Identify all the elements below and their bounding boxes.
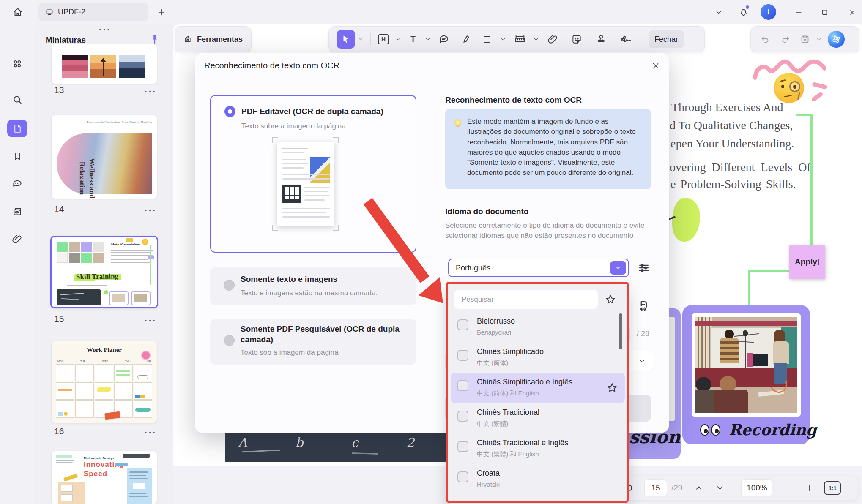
chevron-down-icon[interactable] xyxy=(395,36,401,42)
thumbnail-page-14[interactable]: Recommended Destinations: Crete (Greece)… xyxy=(52,115,157,199)
actual-size-button[interactable]: 1:1 xyxy=(824,481,841,495)
page-tools-button[interactable] xyxy=(7,203,27,221)
shapes-tool-button[interactable] xyxy=(477,30,497,49)
doc-text-line: epen Your Understanding. xyxy=(670,137,794,150)
ocr-option-searchable-pdf[interactable]: Somente PDF Pesquisável (OCR de dupla ca… xyxy=(210,319,416,365)
comment-tool-button[interactable] xyxy=(434,30,454,49)
dialog-close-button[interactable] xyxy=(649,59,662,73)
avatar[interactable]: I xyxy=(761,4,776,20)
eyes-emoji-sticker xyxy=(700,424,709,436)
radio-unselected[interactable] xyxy=(224,280,235,291)
language-item-highlighted[interactable]: Chinês Simplificado e Inglês 中文 (简体) 和 E… xyxy=(451,373,625,403)
maximize-button[interactable] xyxy=(818,7,831,18)
redo-button[interactable] xyxy=(777,30,794,49)
language-select-value: Português xyxy=(456,264,490,272)
chevron-down-icon[interactable] xyxy=(500,36,506,42)
checkbox[interactable] xyxy=(457,350,468,361)
panel-drag-handle[interactable]: ··· xyxy=(99,25,111,35)
language-item[interactable]: Chinês Simplificado 中文 (简体) xyxy=(451,342,625,373)
chevron-down-icon[interactable] xyxy=(816,36,822,42)
chevron-down-icon[interactable] xyxy=(533,36,539,42)
notifications-button[interactable] xyxy=(737,5,750,18)
reader-mode-button[interactable] xyxy=(7,500,27,504)
toolbar-divider xyxy=(643,33,643,45)
green-connector xyxy=(796,114,813,116)
paperclip-icon xyxy=(547,34,558,45)
new-tab-button[interactable] xyxy=(156,6,167,18)
language-item[interactable]: Croata Hrvatski xyxy=(451,464,625,494)
ai-assistant-button[interactable] xyxy=(828,31,845,48)
page-range-button[interactable] xyxy=(635,297,653,315)
favorites-filter-button[interactable] xyxy=(601,291,620,308)
language-item[interactable]: Bielorrusso Беларуская xyxy=(451,312,625,342)
close-mode-button[interactable]: Fechar xyxy=(649,30,684,48)
thumbnail-page-16[interactable]: Work Planer MONTUEWEDTHUFRI xyxy=(52,341,157,423)
select-tool-button[interactable] xyxy=(337,30,355,49)
recording-polaroid-card[interactable]: Recording xyxy=(682,305,810,444)
language-item[interactable]: Chinês Tradicional 中文 (繁體) xyxy=(451,403,625,433)
chevron-down-icon[interactable] xyxy=(358,36,364,42)
page-number-input[interactable]: 15 xyxy=(644,479,667,496)
thumbnail-page-15-selected[interactable]: Math Presentation Skill Training xyxy=(50,236,158,308)
measure-tool-button[interactable] xyxy=(509,30,531,49)
next-page-button[interactable] xyxy=(709,479,731,496)
thumb14-arch-photo: Wellness and Relaxation xyxy=(57,133,152,194)
thumb17-note xyxy=(58,482,85,504)
highlighter-tool-button[interactable] xyxy=(454,30,477,49)
thumbnail-page-17[interactable]: Motorcycle Design Innovating Speed xyxy=(52,451,157,504)
page-menu-button[interactable]: ··· xyxy=(145,316,157,325)
minimize-icon xyxy=(794,8,803,16)
pin-icon xyxy=(150,34,160,44)
page-menu-button[interactable]: ··· xyxy=(145,428,157,438)
language-item[interactable]: Chinês Tradicional e Inglês 中文 (繁體) 和 En… xyxy=(451,433,625,464)
minimize-button[interactable] xyxy=(792,7,805,18)
bookmarks-button[interactable] xyxy=(7,147,27,165)
radio-unselected[interactable] xyxy=(224,335,235,346)
document-tab[interactable]: UPDF-2 xyxy=(38,3,148,21)
checkbox[interactable] xyxy=(457,380,468,391)
zoom-level-input[interactable]: 100% xyxy=(741,479,772,496)
language-select-chevron-button[interactable] xyxy=(610,261,626,275)
add-text-tool-button[interactable]: T xyxy=(405,30,421,49)
apply-sticky-note[interactable]: Apply xyxy=(789,245,825,279)
checkbox[interactable] xyxy=(457,411,468,422)
checkbox[interactable] xyxy=(457,319,468,330)
titlebar-dropdown-button[interactable] xyxy=(713,7,724,18)
previous-page-button[interactable] xyxy=(688,479,709,496)
sliders-icon xyxy=(638,262,650,274)
stamp-tool-button[interactable] xyxy=(589,30,613,49)
save-button[interactable] xyxy=(797,30,813,49)
ocr-option-text-images[interactable]: Somente texto e imagens Texto e imagens … xyxy=(210,267,416,305)
comments-button[interactable] xyxy=(7,175,27,193)
language-select[interactable]: Português xyxy=(448,259,629,277)
language-settings-button[interactable] xyxy=(635,259,653,277)
favorite-language-button[interactable] xyxy=(603,379,621,397)
tools-menu-button[interactable]: Ferramentas xyxy=(175,26,252,52)
thumbnails-button[interactable] xyxy=(7,120,27,137)
edit-text-tool-button[interactable]: H xyxy=(375,30,392,49)
home-button[interactable] xyxy=(10,5,25,19)
attachment-tool-button[interactable] xyxy=(542,30,564,49)
ocr-option-editable-pdf[interactable]: PDF Editável (OCR de dupla camada) Texto… xyxy=(210,95,416,253)
attachments-button[interactable] xyxy=(7,230,27,248)
chevron-down-icon[interactable] xyxy=(425,36,431,42)
zoom-in-button[interactable] xyxy=(799,479,821,496)
search-button[interactable] xyxy=(7,91,27,109)
zoom-out-button[interactable] xyxy=(777,479,799,496)
checkbox[interactable] xyxy=(457,441,468,452)
language-name: Chinês Simplificado e Inglês xyxy=(477,378,572,387)
checkbox[interactable] xyxy=(457,471,468,482)
language-search-input[interactable] xyxy=(454,290,598,309)
page-menu-button[interactable]: ··· xyxy=(145,87,157,96)
stamp-icon xyxy=(596,34,607,45)
close-mode-label: Fechar xyxy=(654,35,678,44)
signature-tool-button[interactable] xyxy=(613,30,638,49)
radio-selected[interactable] xyxy=(224,106,235,117)
window-close-button[interactable] xyxy=(846,7,858,18)
thumbnail-page-13[interactable] xyxy=(52,44,157,84)
undo-button[interactable] xyxy=(757,30,774,49)
page-menu-button[interactable]: ··· xyxy=(145,206,157,215)
language-name: Croata xyxy=(477,469,500,478)
apps-grid-button[interactable] xyxy=(7,55,27,73)
sticker-tool-button[interactable] xyxy=(564,30,589,49)
